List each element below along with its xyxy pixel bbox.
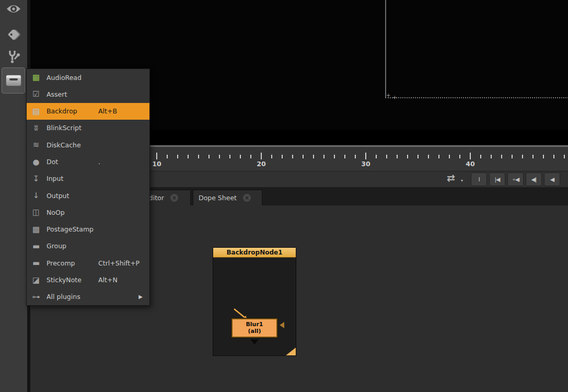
menu-item-precomp[interactable]: ▬PrecompCtrl+Shift+P	[27, 255, 149, 271]
timeline-tick	[355, 155, 356, 158]
timeline-tick	[470, 153, 471, 159]
menu-item-label: NoOp	[47, 209, 65, 216]
menu-item-label: Dot	[47, 158, 58, 166]
timeline-tick	[386, 155, 387, 158]
close-icon[interactable]: ×	[170, 194, 178, 202]
timeline-tick	[428, 155, 429, 158]
timeline-tick	[292, 155, 293, 158]
step-back-button[interactable]: ◀|	[526, 172, 542, 186]
menu-item-assert[interactable]: ☑Assert	[27, 86, 149, 102]
goto-start-button[interactable]: |◀	[489, 172, 505, 186]
noop-icon: ◫	[30, 207, 42, 217]
timeline-tick-label: 30	[361, 160, 370, 168]
node-output-connector[interactable]	[250, 339, 259, 344]
prev-keyframe-button[interactable]: ∘◀	[507, 172, 524, 186]
submenu-arrow-icon: ▶	[138, 294, 143, 299]
menu-item-label: All plugins	[47, 293, 80, 301]
blur-node[interactable]: Blur1 (all)	[231, 318, 277, 338]
close-icon[interactable]: ×	[243, 194, 251, 202]
timeline-tick	[261, 153, 262, 159]
menu-item-label: StickyNote	[47, 276, 82, 284]
menu-item-label: Backdrop	[47, 107, 77, 115]
menu-item-group[interactable]: ▬Group	[27, 238, 149, 255]
menu-item-label: Group	[47, 242, 66, 250]
menu-item-diskcache[interactable]: ≋DiskCache	[27, 136, 149, 153]
menu-item-label: BlinkScript	[47, 124, 82, 132]
menu-item-label: DiskCache	[47, 141, 81, 149]
timeline-tick	[365, 153, 366, 159]
format-corner-mark: +	[392, 95, 397, 100]
node-mask-input-arrow[interactable]	[280, 322, 284, 328]
menu-item-blinkscript[interactable]: ʬBlinkScript	[27, 120, 149, 136]
timeline-tick-label: 20	[257, 160, 265, 168]
menu-item-postagestamp[interactable]: ▩PostageStamp	[27, 221, 149, 238]
all-plugins-icon: ⊶	[30, 292, 42, 302]
audioread-icon: ▦	[30, 73, 42, 82]
timeline-tick	[543, 155, 544, 158]
input-icon: ↧	[30, 174, 42, 183]
timeline-tick	[491, 155, 492, 158]
timeline-tick	[522, 155, 523, 158]
menu-item-stickynote[interactable]: ◪StickyNoteAlt+N	[27, 271, 149, 288]
timeline-tick	[198, 155, 199, 158]
timeline-tick	[438, 155, 439, 158]
menu-item-backdrop[interactable]: ▤BackdropAlt+B	[27, 103, 149, 120]
tab-dope-sheet[interactable]: Dope Sheet ×	[193, 190, 262, 205]
stickynote-icon: ◪	[30, 275, 42, 285]
wrench-icon[interactable]	[6, 49, 21, 65]
timeline-tick	[167, 155, 168, 158]
menu-item-label: Assert	[47, 90, 67, 98]
left-toolbar	[0, 0, 27, 392]
timeline-tick	[397, 155, 398, 158]
node-menu: ▦AudioRead☑Assert▤BackdropAlt+BʬBlinkScr…	[26, 68, 150, 306]
backdrop-icon: ▤	[30, 107, 42, 116]
tab-label: Dope Sheet	[199, 194, 237, 202]
menu-item-label: PostageStamp	[47, 225, 94, 233]
precomp-icon: ▬	[30, 258, 42, 268]
play-backward-button[interactable]: ◀	[544, 172, 560, 186]
timeline-tick	[188, 155, 189, 158]
menu-item-shortcut: .	[98, 158, 100, 166]
timeline-tick	[532, 155, 534, 158]
menu-item-output[interactable]: ↓Output	[27, 187, 149, 204]
timeline-tick	[271, 155, 272, 158]
menu-item-label: AudioRead	[47, 74, 82, 82]
blur-node-name: Blur1	[233, 321, 276, 328]
in-point-button[interactable]: I	[471, 172, 487, 186]
menu-item-shortcut: Alt+N	[98, 276, 118, 284]
menu-item-dot[interactable]: ●Dot.	[27, 153, 149, 170]
timeline-tick	[177, 155, 178, 158]
backdrop-node-title[interactable]: BackdropNode1	[213, 248, 296, 258]
timeline-tick	[156, 153, 157, 159]
dot-icon: ●	[30, 157, 42, 167]
timeline-tick	[512, 155, 513, 158]
drawer-icon	[6, 75, 21, 86]
backdrop-resize-handle[interactable]	[286, 348, 296, 355]
blinkscript-icon: ʬ	[30, 123, 42, 133]
menu-item-audioread[interactable]: ▦AudioRead	[27, 69, 149, 86]
timeline-tick	[334, 155, 335, 158]
timeline-tick	[219, 155, 220, 158]
tag-icon[interactable]	[7, 28, 20, 41]
timeline-tick	[480, 155, 481, 158]
nuke-window: + + 56 bbox: 0 0 1 1 channels: none 1020…	[0, 0, 568, 392]
timeline-tick	[240, 155, 241, 158]
timeline-tick-label: 10	[152, 160, 161, 168]
menu-item-shortcut: Alt+B	[98, 107, 117, 115]
timeline-tick	[250, 155, 251, 158]
timeline-tick	[229, 155, 230, 158]
menu-item-all-plugins[interactable]: ⊶All plugins▶	[27, 289, 149, 305]
blur-node-channels: (all)	[233, 328, 276, 335]
timeline-tick	[313, 155, 314, 158]
playback-loop-icon[interactable]: ⇄	[447, 172, 455, 183]
eye-icon[interactable]	[6, 3, 21, 15]
menu-item-label: Input	[47, 175, 63, 182]
timeline-tick	[303, 155, 304, 158]
timeline-tick	[501, 155, 502, 158]
timeline-tick-label: 40	[466, 160, 474, 168]
other-nodes-toolbar-button[interactable]	[2, 67, 25, 94]
menu-item-noop[interactable]: ◫NoOp	[27, 204, 149, 221]
output-icon: ↓	[30, 191, 42, 200]
loop-dropdown-caret[interactable]: ▾	[461, 178, 463, 183]
menu-item-input[interactable]: ↧Input	[27, 170, 149, 187]
